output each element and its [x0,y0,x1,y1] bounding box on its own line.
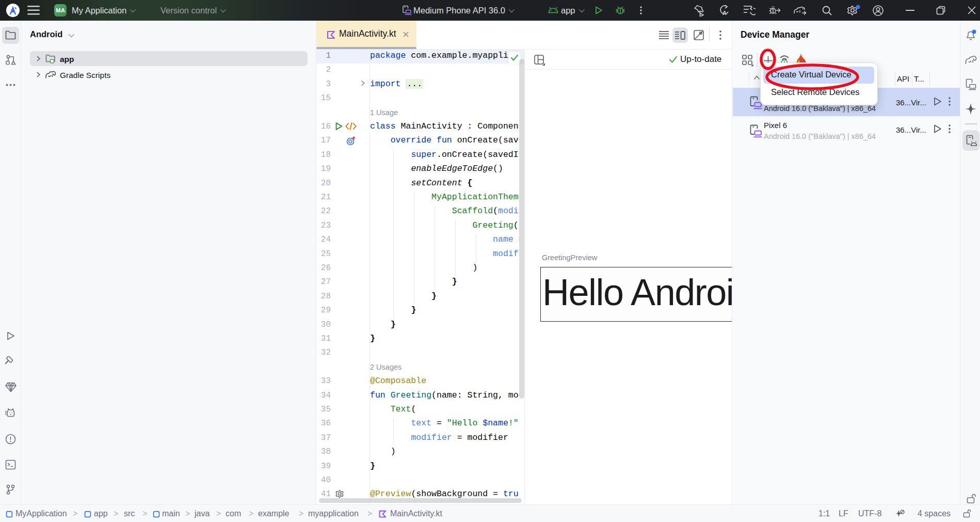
svg-text:A: A [722,10,727,16]
